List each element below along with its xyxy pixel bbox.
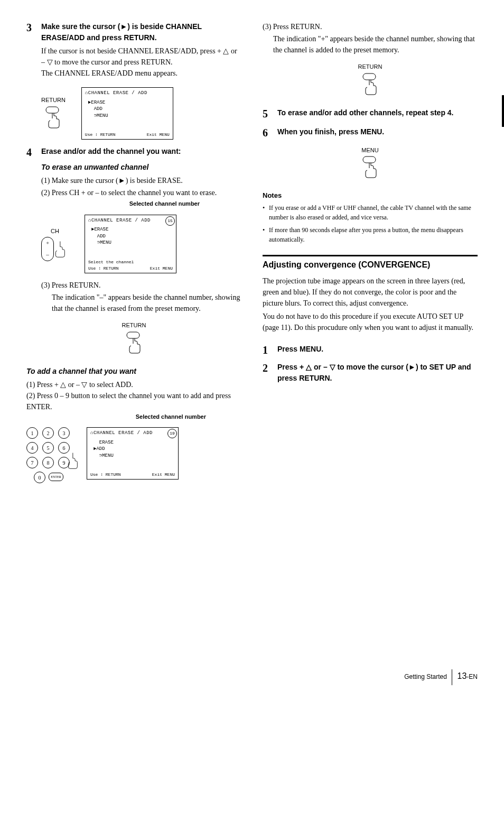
footer-page: 13 [458, 671, 467, 680]
menu-screen-2: ⌂CHANNEL ERASE / ADD 15 ►ERASE ADD ⊃MENU… [85, 215, 176, 273]
footer-section: Getting Started [404, 673, 447, 680]
step-6-header: 6 When you finish, press MENU. [263, 126, 478, 139]
svg-rect-3 [363, 156, 376, 163]
menu-title: ⌂CHANNEL ERASE / ADD [88, 217, 173, 225]
step-4-header: 4 Erase and/or add the channel you want: [26, 146, 241, 159]
channel-badge: 19 [167, 429, 177, 438]
step-number: 5 [263, 107, 272, 120]
key-3: 3 [58, 427, 70, 439]
menu-select: Select the channel [88, 259, 173, 265]
step-3-text2: The CHANNEL ERASE/ADD menu appears. [41, 68, 241, 79]
side-tab [502, 95, 504, 127]
menu-use: Use ↕ RETURN [90, 472, 121, 478]
hand-press-icon [124, 331, 145, 356]
step-title: To erase and/or add other channels, repe… [277, 107, 454, 120]
substep-add-1: (1) Press + △ or – ▽ to select ADD. [26, 379, 241, 390]
menu-items: ERASE ►ADD ⊃MENU [94, 439, 175, 459]
note-2: If more than 90 seconds elapse after you… [263, 225, 478, 244]
hand-press-icon [63, 449, 81, 472]
key-5: 5 [42, 442, 54, 454]
menu-items: ►ERASE ADD ⊃MENU [91, 226, 173, 246]
substep-add-2: (2) Press 0 – 9 button to select the cha… [26, 390, 241, 412]
step-5-header: 5 To erase and/or add other channels, re… [263, 107, 478, 120]
page-columns: 3 Make sure the cursor (►) is beside CHA… [26, 21, 478, 490]
step-title: When you finish, press MENU. [277, 126, 384, 139]
note-1: If you erase or add a VHF or UHF channel… [263, 203, 478, 222]
substep-4-2: (2) Press CH + or – to select the channe… [41, 187, 241, 198]
return-label: RETURN [41, 96, 66, 105]
step-number: 6 [263, 126, 272, 139]
notes-heading: Notes [263, 190, 478, 201]
return-button-figure: RETURN [41, 96, 66, 131]
step-number: 2 [263, 362, 272, 384]
step-number: 3 [26, 21, 36, 43]
substep-4-3: (3) Press RETURN. [41, 280, 241, 291]
key-8: 8 [42, 457, 54, 468]
channel-badge: 15 [165, 216, 175, 226]
menu-screen-1: ⌂CHANNEL ERASE / ADD ►ERASE ADD ⊃MENU Us… [81, 87, 173, 140]
cont-substep-3-body: The indication "+" appears beside the ch… [273, 33, 478, 56]
key-enter: ENTER [49, 473, 63, 481]
caption-selected-channel: Selected channel number [41, 199, 200, 208]
hand-press-icon [360, 155, 381, 181]
menu-use: Use ↕ RETURN [88, 265, 119, 272]
return-label: RETURN [122, 321, 146, 330]
section-divider [263, 255, 478, 256]
menu-exit: Exit MENU [150, 265, 173, 272]
key-1: 1 [26, 427, 38, 439]
substep-4-1: (1) Make sure the cursor (►) is beside E… [41, 175, 241, 186]
key-7: 7 [26, 457, 38, 468]
svg-rect-2 [363, 73, 376, 80]
cont-substep-3: (3) Press RETURN. [263, 21, 478, 32]
step-3-text1: If the cursor is not beside CHANNEL ERAS… [41, 45, 241, 68]
key-0: 0 [34, 472, 45, 483]
key-2: 2 [42, 427, 54, 439]
left-column: 3 Make sure the cursor (►) is beside CHA… [26, 21, 241, 490]
return-figure-2: RETURN [26, 319, 241, 356]
page-footer: Getting Started 13-EN [26, 669, 478, 685]
ch-label: CH [51, 227, 59, 236]
keypad-figure: 1 2 3 4 5 6 7 8 9 0 ENTER [26, 427, 71, 483]
step-title: Make sure the cursor (►) is beside CHANN… [41, 21, 241, 43]
step-3-body: If the cursor is not beside CHANNEL ERAS… [41, 45, 241, 79]
hand-press-icon [360, 72, 381, 98]
step-3-header: 3 Make sure the cursor (►) is beside CHA… [26, 21, 241, 43]
menu-label: MENU [361, 146, 378, 155]
step-3-figure: RETURN ⌂CHANNEL ERASE / ADD ►ERASE ADD ⊃… [41, 87, 241, 140]
menu-title: ⌂CHANNEL ERASE / ADD [90, 430, 175, 437]
return-figure-3: RETURN [263, 61, 478, 98]
add-subhead: To add a channel that you want [26, 366, 241, 377]
erase-subhead: To erase an unwanted channel [41, 162, 241, 173]
menu-exit: Exit MENU [147, 132, 170, 138]
key-4: 4 [26, 442, 38, 454]
conv-step-1: 1 Press MENU. [263, 344, 478, 356]
menu-title: ⌂CHANNEL ERASE / ADD [85, 90, 170, 97]
step-number: 1 [263, 344, 272, 356]
convergence-p1: The projection tube image appears on the… [263, 275, 478, 309]
step-title: Press + △ or – ▽ to move the cursor (►) … [277, 362, 478, 384]
conv-step-2: 2 Press + △ or – ▽ to move the cursor (►… [263, 362, 478, 384]
ch-button-figure: CH +– [41, 227, 69, 261]
menu-screen-3: ⌂CHANNEL ERASE / ADD 19 ERASE ►ADD ⊃MENU… [87, 427, 179, 480]
caption-selected-channel-2: Selected channel number [26, 412, 206, 421]
step-number: 4 [26, 146, 36, 159]
return-label: RETURN [358, 62, 382, 71]
hand-press-icon [43, 106, 64, 131]
svg-rect-0 [46, 107, 59, 113]
step-title: Erase and/or add the channel you want: [41, 146, 181, 159]
svg-rect-1 [127, 332, 139, 338]
convergence-title: Adjusting convergence (CONVERGENCE) [263, 260, 478, 271]
right-column: (3) Press RETURN. The indication "+" app… [263, 21, 478, 490]
step-title: Press MENU. [277, 344, 323, 356]
footer-suffix: -EN [466, 673, 478, 680]
menu-figure: MENU [263, 144, 478, 181]
hand-press-icon [51, 238, 69, 260]
menu-exit: Exit MENU [152, 472, 175, 478]
menu-items: ►ERASE ADD ⊃MENU [88, 99, 170, 119]
convergence-p2: You do not have to do this procedure if … [263, 311, 478, 333]
menu-use: Use ↕ RETURN [85, 132, 116, 138]
substep-4-3-body: The indication "–" appears beside the ch… [52, 292, 241, 314]
footer-separator [452, 669, 452, 685]
